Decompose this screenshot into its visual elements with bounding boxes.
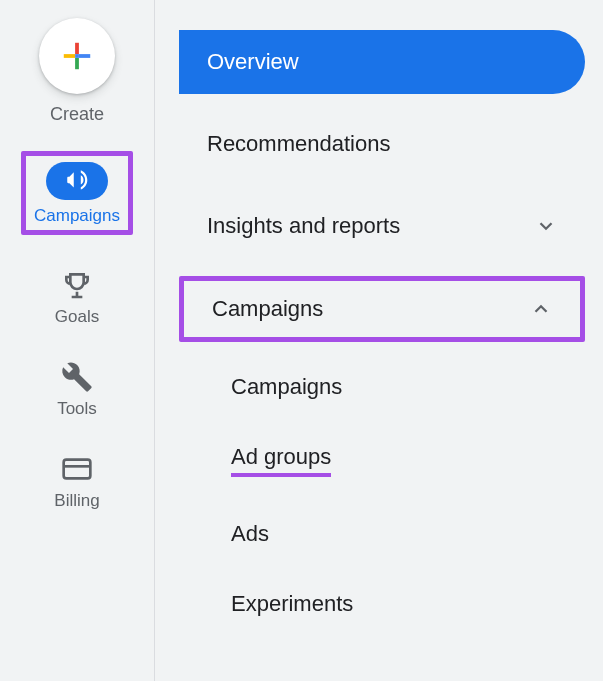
chevron-up-icon (530, 298, 552, 320)
rail-label-tools: Tools (57, 399, 97, 419)
sub-experiments[interactable]: Experiments (179, 577, 585, 631)
svg-rect-0 (75, 43, 79, 54)
rail-item-campaigns[interactable]: Campaigns (21, 151, 133, 235)
menu-overview-label: Overview (207, 49, 299, 75)
sub-ads-label: Ads (231, 521, 269, 546)
rail-item-billing[interactable]: Billing (54, 453, 99, 511)
sub-campaigns-label: Campaigns (231, 374, 342, 399)
rail-label-campaigns: Campaigns (34, 206, 120, 226)
menu-recommendations[interactable]: Recommendations (179, 112, 585, 176)
chevron-down-icon (535, 215, 557, 237)
menu-recommendations-label: Recommendations (207, 131, 390, 157)
plus-icon (60, 39, 94, 73)
card-icon (61, 453, 93, 485)
create-button[interactable] (39, 18, 115, 94)
svg-rect-2 (75, 58, 79, 69)
menu-campaigns-label: Campaigns (212, 296, 323, 322)
secondary-nav-panel: Overview Recommendations Insights and re… (155, 0, 603, 681)
create-label: Create (50, 104, 104, 125)
svg-rect-3 (64, 54, 75, 58)
megaphone-icon (64, 168, 90, 194)
rail-item-goals[interactable]: Goals (55, 269, 99, 327)
rail-label-goals: Goals (55, 307, 99, 327)
menu-overview[interactable]: Overview (179, 30, 585, 94)
sub-adgroups[interactable]: Ad groups (179, 430, 585, 491)
svg-rect-5 (64, 460, 91, 479)
trophy-icon (61, 269, 93, 301)
rail-item-tools[interactable]: Tools (57, 361, 97, 419)
tools-icon (61, 361, 93, 393)
sub-adgroups-label: Ad groups (231, 444, 331, 477)
sub-ads[interactable]: Ads (179, 507, 585, 561)
menu-campaigns[interactable]: Campaigns (179, 276, 585, 342)
svg-rect-1 (79, 54, 90, 58)
sub-campaigns[interactable]: Campaigns (179, 360, 585, 414)
svg-rect-4 (75, 54, 79, 58)
left-navigation-rail: Create Campaigns Goals Tools Billing (0, 0, 155, 681)
megaphone-pill (46, 162, 108, 200)
rail-label-billing: Billing (54, 491, 99, 511)
sub-experiments-label: Experiments (231, 591, 353, 616)
menu-insights-label: Insights and reports (207, 213, 400, 239)
menu-insights[interactable]: Insights and reports (179, 194, 585, 258)
